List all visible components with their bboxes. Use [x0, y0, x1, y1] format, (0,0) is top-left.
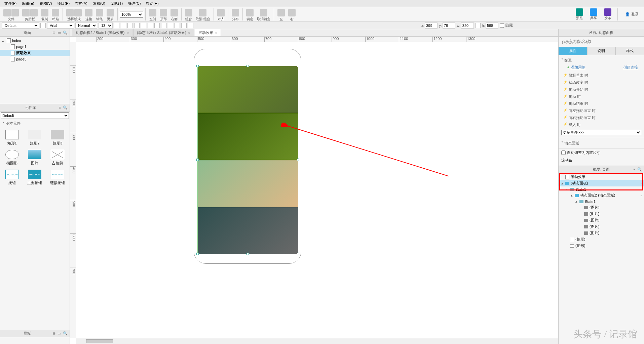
- dynamic-panel-selected[interactable]: [197, 66, 298, 254]
- outline-dp2[interactable]: ▴动态面板2 (动态面板)▫: [559, 192, 644, 199]
- tab-properties[interactable]: 属性: [559, 47, 587, 55]
- close-icon[interactable]: ×: [188, 31, 190, 35]
- widget-ellipse[interactable]: 椭圆形: [1, 148, 23, 167]
- more-events-select[interactable]: 更多事件>>>: [561, 130, 641, 135]
- resize-handle[interactable]: [247, 65, 249, 67]
- section-dp[interactable]: ˅ 动态面板: [561, 139, 641, 147]
- canvas-image-1[interactable]: [198, 66, 298, 113]
- fit-checkbox[interactable]: [561, 150, 566, 155]
- outline-rect2[interactable]: (矩形): [559, 243, 644, 249]
- w-input[interactable]: [461, 23, 474, 29]
- tool-pen[interactable]: 钢笔: [94, 7, 105, 22]
- tool-align-right[interactable]: 右侧: [169, 7, 179, 22]
- add-folder-icon[interactable]: ⊕: [52, 31, 55, 35]
- tab-dp2-state1[interactable]: 动态面板2 / State1 (滚动效果)×: [72, 29, 132, 36]
- close-icon[interactable]: ×: [126, 31, 128, 35]
- tool-ungroup[interactable]: 取消 组合: [194, 7, 212, 22]
- add-page-icon[interactable]: ▭: [58, 31, 61, 35]
- lock-aspect-icon[interactable]: [475, 23, 481, 28]
- tool-align-left[interactable]: 左侧: [148, 7, 158, 22]
- menu-edit[interactable]: 编辑(E): [19, 0, 37, 7]
- tool-group-btn[interactable]: 组合: [184, 7, 194, 22]
- outline-state1[interactable]: ▴State1: [559, 186, 644, 192]
- tab-dp-state1[interactable]: (动态面板) / State1 (滚动效果)×: [133, 29, 194, 36]
- create-link[interactable]: 创建连接: [623, 65, 638, 70]
- menu-publish[interactable]: 发布(U): [90, 0, 108, 7]
- zoom-select[interactable]: 100%: [120, 11, 143, 18]
- widget-primary-button[interactable]: BUTTON主要按钮: [24, 168, 46, 187]
- canvas-image-3[interactable]: [198, 160, 298, 207]
- tree-root[interactable]: ▴index: [0, 38, 70, 44]
- resize-handle[interactable]: [196, 253, 199, 255]
- menu-view[interactable]: 视图(V): [37, 0, 55, 7]
- master-search-icon[interactable]: 🔍: [63, 331, 68, 336]
- widget-rect1[interactable]: 矩形1: [1, 129, 23, 147]
- widget-name-input[interactable]: (动态面板名称): [559, 37, 644, 47]
- bold-icon[interactable]: [114, 23, 119, 28]
- valign-t-icon[interactable]: [175, 23, 180, 28]
- tool-more[interactable]: 更多: [105, 7, 115, 22]
- outline-img4[interactable]: (图片): [559, 223, 644, 230]
- login-button[interactable]: 👤登录: [622, 12, 642, 17]
- color-icon[interactable]: [134, 23, 140, 28]
- italic-icon[interactable]: [121, 23, 126, 28]
- outline-rect1[interactable]: (矩形): [559, 236, 644, 243]
- align-r-icon[interactable]: [168, 23, 173, 28]
- menu-project[interactable]: 项目(P): [54, 0, 72, 7]
- tool-copy[interactable]: 复制: [40, 7, 50, 22]
- size-select[interactable]: 13: [99, 23, 113, 29]
- style-copy-icon[interactable]: [40, 23, 46, 28]
- widget-placeholder[interactable]: 占位符: [47, 148, 68, 167]
- tree-scroll[interactable]: 滚动效果: [0, 50, 70, 56]
- widget-link-button[interactable]: BUTTON链接按钮: [47, 168, 68, 187]
- widget-image[interactable]: 图片: [24, 148, 46, 167]
- resize-handle[interactable]: [297, 253, 299, 255]
- preview-button[interactable]: 预览: [574, 8, 585, 21]
- tool-l[interactable]: 左: [276, 7, 286, 22]
- lib-menu-icon[interactable]: ≡: [59, 105, 61, 110]
- canvas-image-4[interactable]: [198, 207, 298, 254]
- valign-b-icon[interactable]: [188, 23, 193, 28]
- phone-frame[interactable]: [194, 49, 301, 264]
- add-master-icon[interactable]: ▭: [58, 331, 61, 336]
- outline-img3[interactable]: (图片): [559, 217, 644, 223]
- tool-lock[interactable]: 锁定: [245, 7, 255, 22]
- hidden-checkbox[interactable]: [500, 23, 504, 29]
- weight-select[interactable]: Normal: [75, 23, 97, 29]
- share-button[interactable]: 共享: [588, 8, 599, 21]
- style-select[interactable]: Default: [2, 23, 39, 29]
- tab-style[interactable]: 样式: [615, 47, 644, 55]
- resize-handle[interactable]: [297, 159, 299, 161]
- tool-unlock[interactable]: 取消锁定: [256, 7, 272, 22]
- add-master-folder-icon[interactable]: ⊕: [52, 331, 55, 336]
- align-l-icon[interactable]: [154, 23, 160, 28]
- outline-root[interactable]: 滚动效果: [559, 174, 644, 180]
- canvas[interactable]: [76, 42, 558, 338]
- widget-rect2[interactable]: 矩形2: [24, 129, 46, 147]
- resize-handle[interactable]: [297, 65, 299, 67]
- menu-help[interactable]: 帮助(H): [143, 0, 161, 7]
- outline-img1[interactable]: (图片): [559, 204, 644, 211]
- tool-align[interactable]: 对齐: [216, 7, 226, 22]
- publish-button[interactable]: 发布: [602, 8, 613, 21]
- event-load[interactable]: 载入 时: [561, 121, 641, 128]
- event-drag-end[interactable]: 拖动结束 时: [561, 100, 641, 107]
- resize-handle[interactable]: [247, 253, 249, 255]
- outline-dp[interactable]: ▴(动态面板)▫: [559, 180, 644, 186]
- x-input[interactable]: [425, 23, 438, 29]
- tool-align-top[interactable]: 顶部: [158, 7, 168, 22]
- valign-m-icon[interactable]: [181, 23, 187, 28]
- tool-file[interactable]: 文件: [2, 7, 20, 22]
- search-icon[interactable]: 🔍: [63, 31, 68, 35]
- h-input[interactable]: [486, 23, 498, 29]
- event-drag[interactable]: 拖动 时: [561, 93, 641, 100]
- y-input[interactable]: [443, 23, 455, 29]
- tool-paste[interactable]: 粘贴: [50, 7, 61, 22]
- tool-distribute[interactable]: 分布: [230, 7, 240, 22]
- lib-search-icon[interactable]: 🔍: [63, 105, 68, 110]
- tool-connect[interactable]: 连接: [84, 7, 94, 22]
- tree-page3[interactable]: page3: [0, 56, 70, 62]
- outline-search-icon[interactable]: 🔍: [637, 167, 642, 172]
- resize-handle[interactable]: [196, 159, 199, 161]
- border-icon[interactable]: [148, 23, 153, 28]
